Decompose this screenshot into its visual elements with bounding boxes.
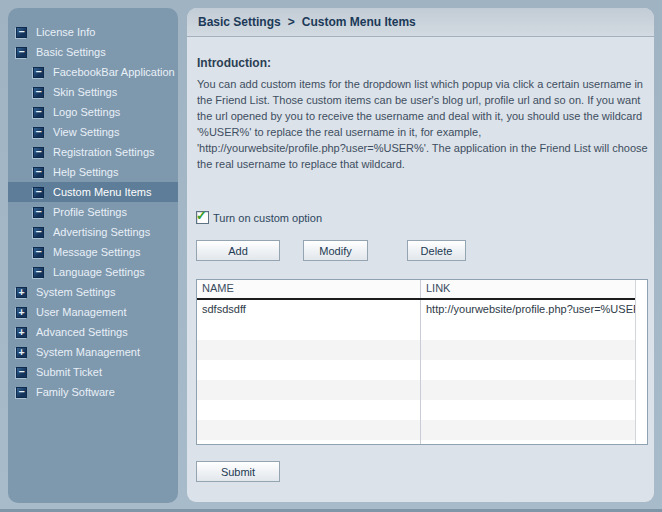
table-empty-row xyxy=(197,440,647,445)
table-cell-name xyxy=(197,440,421,445)
table-vertical-scrollbar[interactable] xyxy=(635,280,647,444)
minus-icon[interactable]: − xyxy=(33,187,44,198)
plus-icon[interactable]: + xyxy=(16,287,27,298)
sidebar-item-logo-settings[interactable]: −Logo Settings xyxy=(8,102,178,122)
table-header-row: NAME LINK xyxy=(197,280,647,300)
breadcrumb-separator-icon: > xyxy=(288,15,295,29)
column-header-name[interactable]: NAME xyxy=(197,280,421,298)
sidebar-item-label: System Settings xyxy=(36,286,115,298)
table-empty-row xyxy=(197,400,647,420)
sidebar-item-label: License Info xyxy=(36,26,95,38)
table-cell-link xyxy=(421,400,647,420)
sidebar-item-user-management[interactable]: +User Management xyxy=(8,302,178,322)
sidebar-item-basic-settings[interactable]: −Basic Settings xyxy=(8,42,178,62)
sidebar-item-profile-settings[interactable]: −Profile Settings xyxy=(8,202,178,222)
minus-icon[interactable]: − xyxy=(33,87,44,98)
minus-icon[interactable]: − xyxy=(33,207,44,218)
sidebar-item-advanced-settings[interactable]: +Advanced Settings xyxy=(8,322,178,342)
sidebar-item-language-settings[interactable]: −Language Settings xyxy=(8,262,178,282)
table-cell-name xyxy=(197,400,421,420)
sidebar-item-advertising-settings[interactable]: −Advertising Settings xyxy=(8,222,178,242)
add-button[interactable]: Add xyxy=(196,240,280,261)
plus-icon[interactable]: + xyxy=(16,347,27,358)
delete-button[interactable]: Delete xyxy=(407,240,466,261)
table-cell-name xyxy=(197,420,421,440)
minus-icon[interactable]: − xyxy=(16,387,27,398)
sidebar-item-label: Message Settings xyxy=(53,246,140,258)
modify-button[interactable]: Modify xyxy=(303,240,368,261)
sidebar-item-label: Custom Menu Items xyxy=(53,186,151,198)
custom-items-table: NAME LINK sdfsdsdffhttp://yourwebsite/pr… xyxy=(196,279,648,445)
table-empty-row xyxy=(197,340,647,360)
table-cell-name xyxy=(197,320,421,340)
sidebar: −License Info−Basic Settings−FacebookBar… xyxy=(8,8,178,503)
table-cell-name xyxy=(197,360,421,380)
sidebar-item-system-settings[interactable]: +System Settings xyxy=(8,282,178,302)
table-empty-row xyxy=(197,380,647,400)
column-header-link[interactable]: LINK xyxy=(421,280,647,298)
minus-icon[interactable]: − xyxy=(33,127,44,138)
sidebar-item-label: Advanced Settings xyxy=(36,326,128,338)
table-row[interactable]: sdfsdsdffhttp://yourwebsite/profile.php?… xyxy=(197,300,647,320)
checkbox-checked-icon[interactable]: ✓ xyxy=(196,211,209,224)
sidebar-item-facebookbar-application[interactable]: −FacebookBar Application xyxy=(8,62,178,82)
minus-icon[interactable]: − xyxy=(33,167,44,178)
table-cell-link xyxy=(421,380,647,400)
table-cell-link xyxy=(421,420,647,440)
sidebar-item-label: System Management xyxy=(36,346,140,358)
sidebar-item-skin-settings[interactable]: −Skin Settings xyxy=(8,82,178,102)
sidebar-item-family-software[interactable]: −Family Software xyxy=(8,382,178,402)
sidebar-item-help-settings[interactable]: −Help Settings xyxy=(8,162,178,182)
sidebar-item-label: Basic Settings xyxy=(36,46,106,58)
sidebar-item-label: Skin Settings xyxy=(53,86,117,98)
sidebar-item-label: Advertising Settings xyxy=(53,226,150,238)
turn-on-custom-option-row[interactable]: ✓ Turn on custom option xyxy=(196,211,322,224)
submit-button[interactable]: Submit xyxy=(196,461,280,482)
minus-icon[interactable]: − xyxy=(33,147,44,158)
table-cell-link xyxy=(421,440,647,445)
table-empty-row xyxy=(197,320,647,340)
sidebar-item-custom-menu-items[interactable]: −Custom Menu Items xyxy=(8,182,178,202)
minus-icon[interactable]: − xyxy=(33,67,44,78)
table-cell-name xyxy=(197,380,421,400)
table-cell-link xyxy=(421,360,647,380)
sidebar-item-registration-settings[interactable]: −Registration Settings xyxy=(8,142,178,162)
table-cell-link xyxy=(421,320,647,340)
plus-icon[interactable]: + xyxy=(16,327,27,338)
app-window: −License Info−Basic Settings−FacebookBar… xyxy=(0,0,662,512)
check-mark-icon: ✓ xyxy=(196,208,207,223)
minus-icon[interactable]: − xyxy=(16,27,27,38)
checkbox-label: Turn on custom option xyxy=(213,212,322,224)
breadcrumb-section[interactable]: Basic Settings xyxy=(198,15,281,29)
sidebar-item-label: FacebookBar Application xyxy=(53,66,175,78)
intro-text: You can add custom items for the dropdow… xyxy=(197,76,649,172)
minus-icon[interactable]: − xyxy=(16,47,27,58)
sidebar-item-label: Logo Settings xyxy=(53,106,120,118)
breadcrumb-page: Custom Menu Items xyxy=(302,15,416,29)
sidebar-item-label: Language Settings xyxy=(53,266,145,278)
table-cell-name: sdfsdsdff xyxy=(197,300,421,320)
sidebar-item-label: Submit Ticket xyxy=(36,366,102,378)
table-cell-link xyxy=(421,340,647,360)
table-cell-name xyxy=(197,340,421,360)
sidebar-item-license-info[interactable]: −License Info xyxy=(8,22,178,42)
intro-heading: Introduction: xyxy=(197,56,271,70)
sidebar-item-view-settings[interactable]: −View Settings xyxy=(8,122,178,142)
table-body: sdfsdsdffhttp://yourwebsite/profile.php?… xyxy=(197,300,647,445)
minus-icon[interactable]: − xyxy=(33,247,44,258)
content-panel: Basic Settings > Custom Menu Items Intro… xyxy=(187,8,654,502)
minus-icon[interactable]: − xyxy=(33,267,44,278)
table-cell-link: http://yourwebsite/profile.php?user=%USE… xyxy=(421,300,647,320)
sidebar-item-submit-ticket[interactable]: −Submit Ticket xyxy=(8,362,178,382)
plus-icon[interactable]: + xyxy=(16,307,27,318)
minus-icon[interactable]: − xyxy=(16,367,27,378)
sidebar-item-label: User Management xyxy=(36,306,127,318)
minus-icon[interactable]: − xyxy=(33,227,44,238)
sidebar-item-message-settings[interactable]: −Message Settings xyxy=(8,242,178,262)
table-empty-row xyxy=(197,360,647,380)
sidebar-item-system-management[interactable]: +System Management xyxy=(8,342,178,362)
sidebar-item-label: Profile Settings xyxy=(53,206,127,218)
sidebar-item-label: Registration Settings xyxy=(53,146,155,158)
minus-icon[interactable]: − xyxy=(33,107,44,118)
table-empty-row xyxy=(197,420,647,440)
